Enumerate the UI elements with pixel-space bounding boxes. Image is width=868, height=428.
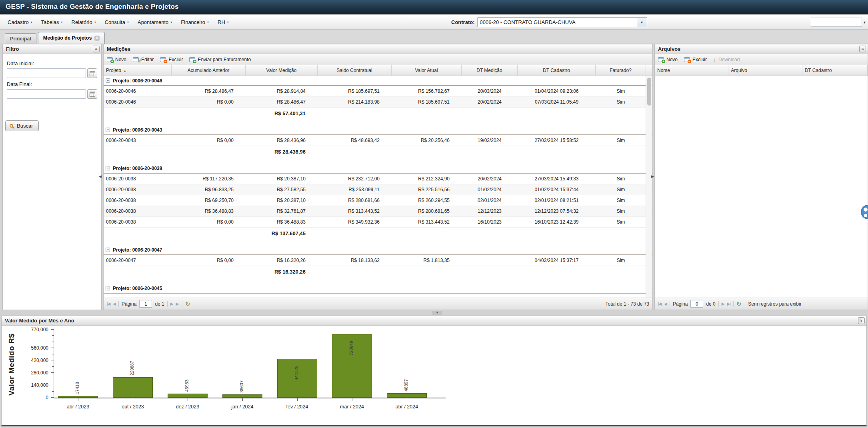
collapse-panel-icon[interactable]: « (93, 46, 100, 52)
group-header-projeto-0006-20-0043[interactable]: −Projeto: 0006-20-0043 (104, 125, 652, 135)
column-header-acumulado-anterior[interactable]: Acumulado Anterior (172, 65, 246, 76)
tab-principal[interactable]: Principal (5, 33, 36, 44)
toolbar-button-novo[interactable]: +Novo (658, 57, 678, 62)
calendar-icon (90, 92, 95, 97)
horizontal-splitter[interactable]: ▼ (0, 310, 868, 316)
group-header-projeto-0006-20-0047[interactable]: −Projeto: 0006-20-0047 (104, 245, 652, 255)
cell: R$ 48.693,42 (318, 135, 392, 146)
chevron-down-icon: ▾ (31, 20, 32, 24)
column-header-faturado[interactable]: Faturado? (596, 65, 646, 76)
collapse-group-icon[interactable]: − (106, 78, 110, 83)
grid-row[interactable]: 0006-20-0038R$ 117.220,35R$ 20.387,10R$ … (104, 174, 652, 184)
toolbar-button-excluir[interactable]: −Excluir (160, 57, 183, 62)
group-header-projeto-0006-20-0045[interactable]: −Projeto: 0006-20-0045 (104, 284, 652, 294)
menu-item-apontamento[interactable]: Apontamento▾ (133, 17, 176, 28)
filter-panel-header: Filtro « (3, 44, 101, 54)
calendar-button[interactable] (87, 68, 97, 78)
grid-row[interactable]: 0006-20-0046R$ 0,00R$ 28.486,47R$ 214.18… (104, 97, 652, 108)
column-header-nome[interactable]: Nome (655, 65, 728, 76)
prev-page-button[interactable]: ◀ (113, 302, 116, 306)
group-header-projeto-0006-20-0046[interactable]: −Projeto: 0006-20-0046 (104, 76, 652, 86)
refresh-icon[interactable]: ↻ (185, 300, 190, 308)
column-header-valor-atual[interactable]: Valor Atual (392, 65, 462, 76)
date-input[interactable] (7, 89, 86, 99)
group-subtotal-row: R$ 16.320,26 (104, 266, 652, 278)
corner-combobox[interactable]: ▾ (811, 18, 866, 27)
calendar-button[interactable] (87, 89, 97, 99)
contract-dropdown-button[interactable]: ▾ (637, 18, 647, 27)
corner-combobox-input[interactable] (811, 18, 862, 27)
toolbar-button-enviar-para-faturamento[interactable]: +Enviar para Faturamento (189, 57, 251, 62)
menu-item-rh[interactable]: RH▾ (213, 17, 233, 28)
column-header-valor-medicao[interactable]: Valor Medição (246, 65, 318, 76)
last-page-button[interactable]: ▶| (176, 302, 179, 306)
scrollbar-thumb[interactable] (647, 78, 651, 106)
chevron-down-icon: ▾ (170, 20, 172, 24)
last-page-button[interactable]: ▶| (727, 302, 730, 306)
collapse-left-splitter-arrow[interactable]: ◀ (99, 174, 102, 178)
column-header-dt-cadastro[interactable]: DT Cadastro (802, 65, 868, 76)
contract-combobox[interactable]: 0006-20 - CONTRATO GUARDA-CHUVA ▾ (477, 17, 647, 27)
menu-item-relatorio[interactable]: Relatório▾ (67, 17, 100, 28)
grid-row[interactable]: 0006-20-0046R$ 28.486,47R$ 28.914,84R$ 1… (104, 86, 652, 97)
cell: R$ 225.516,56 (392, 184, 462, 195)
collapse-group-icon[interactable]: − (106, 166, 110, 170)
subtotal-spacer (104, 228, 246, 240)
collapse-panel-icon[interactable]: » (858, 317, 865, 324)
toolbar-button-label: Novo (666, 57, 678, 62)
first-page-button[interactable]: |◀ (107, 302, 110, 306)
grid-row[interactable]: 0006-20-0038R$ 36.488,83R$ 32.761,87R$ 3… (104, 206, 652, 217)
column-header-saldo-contratual[interactable]: Saldo Contratual (318, 65, 392, 76)
pager-separator (167, 301, 168, 307)
menu-item-tabelas[interactable]: Tabelas▾ (37, 17, 67, 28)
toolbar-button-download[interactable]: ↓Download (713, 56, 740, 63)
toolbar-button-editar[interactable]: Editar (133, 57, 154, 62)
vertical-scrollbar[interactable] (646, 76, 652, 298)
first-page-button[interactable]: |◀ (658, 302, 661, 306)
refresh-icon[interactable]: ↻ (736, 300, 742, 308)
page-input[interactable] (139, 300, 152, 308)
next-page-button[interactable]: ▶ (722, 302, 724, 306)
next-page-button[interactable]: ▶ (170, 302, 173, 306)
cell: R$ 28.486,47 (172, 86, 246, 96)
collapse-right-splitter-arrow[interactable]: ▶ (651, 174, 654, 178)
date-input[interactable] (7, 68, 86, 78)
column-header-projeto[interactable]: Projeto▲ (104, 65, 172, 76)
menu-item-consulta[interactable]: Consulta▾ (100, 17, 133, 28)
cell: R$ 16.320,26 (246, 255, 318, 266)
download-icon: ↓ (713, 56, 716, 63)
toolbar-button-novo[interactable]: +Novo (107, 57, 126, 62)
toolbar-button-excluir[interactable]: −Excluir (684, 57, 707, 62)
menu-item-cadastro[interactable]: Cadastro▾ (3, 17, 37, 28)
collapse-group-icon[interactable]: − (106, 128, 110, 132)
tab-bar: PrincipalMedição de Projetos× (0, 30, 868, 44)
column-header-dt-cadastro[interactable]: DT Cadastro (518, 65, 596, 76)
menu-item-label: Tabelas (41, 19, 59, 25)
collapse-panel-icon[interactable]: » (859, 46, 866, 52)
close-icon[interactable]: × (94, 36, 100, 41)
grid-row[interactable]: 0006-20-0043R$ 0,00R$ 28.436,96R$ 48.693… (104, 135, 652, 146)
grid-row[interactable]: 0006-20-0038R$ 96.833,25R$ 27.582,55R$ 2… (104, 184, 652, 195)
group-header-projeto-0006-20-0038[interactable]: −Projeto: 0006-20-0038 (104, 164, 652, 174)
grid-row[interactable]: 0006-20-0038R$ 0,00R$ 36.488,83R$ 349.93… (104, 217, 652, 228)
splitter-handle-icon[interactable]: ▼ (432, 311, 442, 315)
page-of-label: de 0 (706, 301, 715, 307)
menu-item-label: Financeiro (181, 19, 205, 25)
menu-item-financeiro[interactable]: Financeiro▾ (176, 17, 213, 28)
collapse-group-icon[interactable]: − (106, 248, 110, 252)
collapse-group-icon[interactable]: − (106, 286, 110, 290)
chart-plot-area: 0140,000280,000420,000560,000770,0001741… (54, 330, 446, 398)
grid-row[interactable]: 0006-20-0047R$ 0,00R$ 16.320,26R$ 18.133… (104, 255, 652, 266)
tab-medicao-de-projetos[interactable]: Medição de Projetos× (38, 32, 105, 44)
column-header-dt-medicao[interactable]: DT Medição (462, 65, 518, 76)
column-header-arquivo[interactable]: Arquivo (728, 65, 802, 76)
x-tick (407, 398, 407, 401)
cell: R$ 0,00 (172, 97, 246, 107)
cell: R$ 36.488,83 (172, 206, 246, 216)
group-header-label: Projeto: 0006-20-0047 (113, 247, 162, 253)
prev-page-button[interactable]: ◀ (664, 302, 667, 306)
search-button[interactable]: Buscar (5, 120, 39, 131)
contract-value: 0006-20 - CONTRATO GUARDA-CHUVA (478, 18, 637, 27)
grid-row[interactable]: 0006-20-0038R$ 69.250,70R$ 20.387,10R$ 2… (104, 195, 652, 206)
page-input[interactable] (690, 300, 703, 308)
